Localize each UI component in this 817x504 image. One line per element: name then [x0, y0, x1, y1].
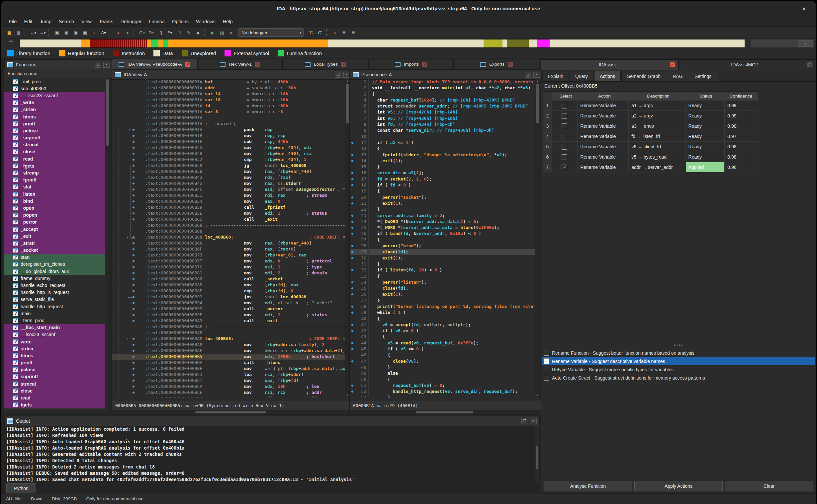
tab-close-icon[interactable]: ✕ [807, 62, 812, 67]
output-header[interactable]: Output ❐ ✕ [4, 416, 540, 426]
pseudocode-line[interactable]: ●26 if ( bind(fd, &server_addr, 0x10u) <… [350, 231, 535, 237]
pseudocode-header[interactable]: Pseudocode-A ❐ ✕ [350, 70, 543, 80]
function-row[interactable]: fstrlen [4, 345, 105, 352]
tab-close-icon[interactable]: ✕ [508, 62, 513, 67]
pseudocode-line[interactable]: ●25 *(_WORD *)server_addr.sa_data = hton… [350, 225, 535, 231]
menu-item-edit[interactable]: Edit [20, 18, 36, 26]
disasm-line[interactable]: .text:0000000000400B1A var_8 = qword ptr… [112, 109, 345, 115]
disassembly-vertical-scrollbar[interactable]: ▲▼ [345, 79, 350, 397]
window-close-icon[interactable]: ✕ [800, 5, 808, 13]
select-cell[interactable] [552, 121, 577, 131]
clear-button[interactable]: Clear [725, 481, 813, 491]
menu-item-file[interactable]: File [5, 18, 20, 26]
navigation-band[interactable] [20, 39, 745, 48]
table-header-cell[interactable] [543, 92, 552, 100]
disasm-line[interactable]: ●.text:0000000000400B5E mov edi, 1 ; sta… [112, 210, 345, 216]
disasm-line[interactable]: ●.text:0000000000400BC3 lea rcx, [rbp+ad… [112, 372, 345, 378]
trace-list-icon[interactable]: ≣ [349, 29, 357, 36]
disasm-line[interactable]: ●.text:0000000000400BA8 mov [rbp+addr.sa… [112, 342, 345, 348]
function-row[interactable]: f_listen [4, 190, 105, 197]
function-row[interactable]: f_close [4, 148, 105, 155]
pseudocode-line[interactable]: ●35 close(fd); [350, 285, 535, 291]
disasm-line[interactable]: .text:0000000000400BA8 [112, 330, 345, 336]
pseudocode-line[interactable]: 5 struct sockaddr server_addr; // [rsp+4… [350, 103, 535, 109]
menu-item-lumina[interactable]: Lumina [145, 18, 168, 26]
function-row[interactable]: f_pclose [4, 127, 105, 134]
pseudocode-line[interactable]: 1// Main server loop: binds TCP socket t… [350, 79, 535, 85]
pseudocode-line[interactable]: 3{ [350, 91, 535, 97]
functions-horizontal-scrollbar[interactable] [4, 410, 110, 414]
pseudocode-line[interactable]: 22 } [350, 206, 535, 212]
pseudocode-line[interactable]: 19 { [350, 188, 535, 194]
disasm-line[interactable]: ●.text:0000000000400B1E sub rsp, 440h [112, 139, 345, 145]
function-row[interactable]: f_fgets [4, 162, 105, 169]
lumina-icon[interactable]: ● [123, 29, 131, 36]
disasm-line[interactable]: ●.text:0000000000400B99 call _perror [112, 306, 345, 312]
pseudocode-line[interactable]: ●17 fd = socket(2, 1, 0); [350, 176, 535, 182]
table-row[interactable]: 4Rename Variablefd → listen_fdReady0.97 [543, 131, 758, 142]
disasm-line[interactable]: ●.text:0000000000400B68 mov rax, [rbp+va… [112, 240, 345, 246]
tab-close-icon[interactable]: ✕ [255, 62, 260, 67]
table-row[interactable]: 6Rename Variablev5 → bytes_readReady0.98 [543, 152, 758, 162]
pseudocode-line[interactable]: 7 int v6; // [rsp+430h] [rbp-10h] [350, 115, 535, 121]
run-icon[interactable]: ▶ [209, 29, 217, 36]
output-vertical-scrollbar[interactable] [535, 426, 539, 482]
pseudocode-line[interactable]: ●16 serve_dir = a2[1]; [350, 170, 535, 176]
select-cell[interactable] [552, 101, 577, 110]
function-row[interactable]: f_popen [4, 212, 105, 219]
select-cell[interactable] [552, 152, 577, 162]
pseudocode-listing[interactable]: 1// Main server loop: binds TCP socket t… [350, 79, 535, 397]
function-row[interactable]: fderegister_tm_clones [4, 261, 105, 268]
pseudocode-line[interactable]: 40 { [350, 316, 535, 322]
disasm-line[interactable]: ●.text:0000000000400B7C mov esi, 1 ; typ… [112, 264, 345, 270]
disasm-line[interactable]: ●.text:0000000000400B6F mov rax, [rax+8] [112, 246, 345, 252]
pseudocode-line[interactable]: 48 } [350, 364, 535, 370]
disasm-line[interactable]: ●.text:0000000000400B2B mov [rbp+var_440… [112, 151, 345, 157]
function-row[interactable]: fmain [4, 310, 105, 317]
disasm-line[interactable]: ●.text:0000000000400B45 mov rax, cs:stde… [112, 180, 345, 186]
pseudocode-line[interactable]: 12 { [350, 146, 535, 152]
table-header-cell[interactable]: Confidence [725, 92, 757, 100]
tab-imports[interactable]: Imports✕ [368, 59, 454, 69]
analyse-function-button[interactable]: Analyse Function [544, 481, 632, 491]
pseudocode-line[interactable]: 43 { [350, 334, 535, 340]
output-log[interactable]: [IDAssist] INFO: Action application comp… [6, 426, 534, 482]
tab-idassistmcp[interactable]: IDAssistMCP✕ [679, 59, 816, 70]
row-checkbox[interactable] [561, 154, 567, 160]
function-row[interactable]: fhandle_http_request [4, 303, 105, 310]
pseudocode-line[interactable]: ●20 perror("socket"); [350, 194, 535, 200]
edit-icon[interactable]: ✎ [185, 29, 192, 36]
disasm-line[interactable]: ●.text:0000000000400BCF mov rsi, rcx ; a… [112, 390, 345, 396]
disasm-line[interactable]: ●.text:0000000000400B8B mov [rbp+fd], ea… [112, 282, 345, 288]
debugger-select[interactable]: No debugger▾ [239, 28, 304, 37]
function-row[interactable]: ffgets [4, 401, 105, 408]
output-close-icon[interactable]: ✕ [530, 418, 537, 424]
disasm-line[interactable]: ●.text:0000000000400B4C mov esi, offset … [112, 186, 345, 192]
pseudocode-line[interactable]: ●44 v5 = read(v6, request_buf, 0x3FFu); [350, 340, 535, 346]
tab-ida-view-a-pseudocode-a[interactable]: IDA View-A, Pseudocode-A✕ [111, 59, 197, 69]
pseudocode-line[interactable]: ●29 close(fd); [350, 249, 535, 255]
save-icon[interactable]: ▦ [15, 29, 23, 36]
function-row[interactable]: f___isoc23_sscanf [4, 92, 105, 99]
pseudocode-close-icon[interactable]: ✕ [533, 72, 540, 78]
subtab-query[interactable]: Query [569, 71, 593, 81]
row-checkbox[interactable] [561, 113, 567, 119]
disasm-line[interactable]: .text:0000000000400B1A buf = byte ptr -4… [112, 79, 345, 85]
functions-column-header[interactable]: Function name [4, 69, 113, 78]
pseudocode-line[interactable]: ●38 printf("Server listening on port %d,… [350, 304, 535, 310]
disasm-line[interactable]: ●.text:0000000000400B86 call _socket [112, 276, 345, 282]
disasm-line[interactable]: ●.text:0000000000400B51 mov rdi, rax ; s… [112, 192, 345, 198]
subtab-actions[interactable]: Actions [594, 71, 621, 81]
menu-item-teams[interactable]: Teams [95, 18, 117, 26]
diamond-icon[interactable]: ◆ [194, 29, 202, 36]
disasm-line[interactable]: ●.text:0000000000400B81 mov edi, 2 ; dom… [112, 270, 345, 276]
ida-view-a-restore-icon[interactable]: ❐ [335, 72, 341, 78]
text-mode-icon[interactable]: A▾ [100, 29, 108, 36]
disasm-line[interactable]: ●.text:0000000000400BAE mov dword ptr [r… [112, 348, 345, 354]
action-option-row[interactable]: Auto Create Struct - Suggest struct defi… [542, 374, 815, 382]
disasm-line[interactable]: .text:0000000000400BA8 ; ---------------… [112, 324, 345, 330]
function-row[interactable]: fhandle_http_ls_request [4, 289, 105, 296]
pseudocode-line[interactable]: ●32 if ( listen(fd, 10) < 0 ) [350, 267, 535, 273]
compile-icon[interactable]: ʼC [307, 29, 315, 36]
option-checkbox[interactable] [544, 367, 549, 372]
